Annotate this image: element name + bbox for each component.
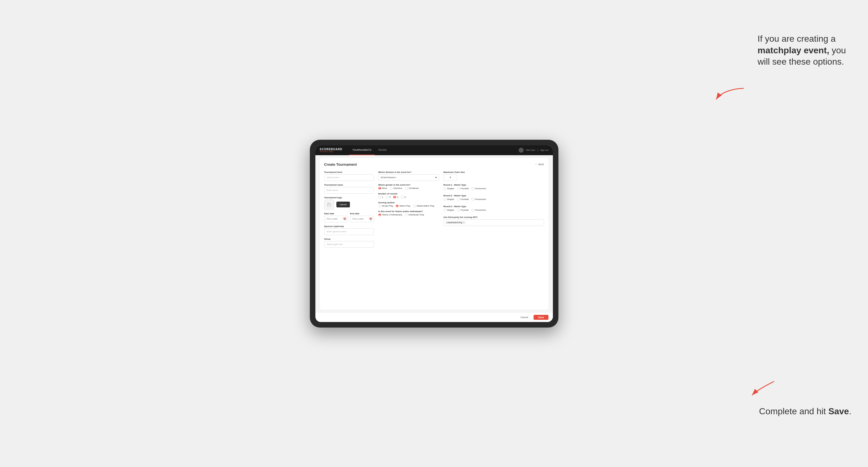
tablet-screen: SCOREBOARD Powered by clippit TOURNAMENT…: [315, 145, 553, 322]
api-select-wrap[interactable]: Leaderboard King ×: [443, 219, 544, 226]
radio-r1-fourball: [457, 187, 460, 190]
form-body: Tournament Host Tournament name Tourname…: [324, 171, 544, 305]
annotation-bold-matchplay: matchplay event,: [757, 45, 829, 55]
division-field: Which division is the event for? NCAA Di…: [378, 171, 439, 181]
r3-foursomes[interactable]: Foursomes: [471, 209, 486, 212]
cancel-button[interactable]: Cancel: [517, 315, 531, 320]
round2-label: Round 2 - Match Type: [443, 194, 544, 197]
r3-singles[interactable]: Singles: [443, 209, 454, 212]
annotation-bold-save: Save: [828, 406, 849, 416]
nav-links: TOURNAMENTS TEAMS: [349, 145, 519, 155]
sponsor-field: Sponsor (optional): [324, 225, 374, 235]
r3-fourball[interactable]: Fourball: [457, 209, 469, 212]
radio-womens: [390, 187, 393, 190]
gender-field: Which gender is the event for? Mens Wome…: [378, 184, 439, 190]
max-team-size-field: Maximum Team Size: [443, 171, 544, 181]
round1-match-type: Round 1 - Match Type Singles Fourball: [443, 184, 544, 190]
teams-label: Is this event for Teams and/or Individua…: [378, 210, 439, 213]
nav-tournaments[interactable]: TOURNAMENTS: [349, 145, 375, 155]
api-tag-close[interactable]: ×: [463, 221, 464, 224]
gender-label: Which gender is the event for?: [378, 184, 439, 186]
signout-link[interactable]: Sign out: [540, 149, 548, 151]
radio-match: [396, 205, 399, 208]
round-2[interactable]: 2: [386, 196, 391, 198]
round1-label: Round 1 - Match Type: [443, 184, 544, 186]
r1-fourball[interactable]: Fourball: [457, 187, 469, 190]
gender-radio-group: Mens Womens Combined: [378, 187, 439, 190]
radio-r1: [378, 196, 381, 198]
username: Test User: [526, 149, 535, 151]
logo-label: Tournament logo: [324, 196, 374, 199]
radio-teams: [378, 214, 381, 216]
end-label: End date: [350, 212, 374, 215]
form-col-left: Tournament Host Tournament name Tourname…: [324, 171, 374, 305]
nav-teams[interactable]: TEAMS: [375, 145, 390, 155]
teams-radio-group: Teams (+Individuals) Individuals Only: [378, 214, 439, 216]
scoring-radio-group: Stroke Play Match Play Medal Match Play: [378, 205, 439, 208]
api-label: Use third-party live scoring API?: [443, 216, 544, 218]
form-col-middle: Which division is the event for? NCAA Di…: [378, 171, 439, 305]
annotation-bottom: Complete and hit Save.: [759, 406, 851, 417]
back-button[interactable]: ← Back: [535, 163, 544, 166]
top-nav: SCOREBOARD Powered by clippit TOURNAMENT…: [315, 145, 553, 155]
host-input[interactable]: [324, 174, 374, 181]
max-size-input[interactable]: [443, 174, 457, 181]
end-date-field: End date 📅: [350, 212, 374, 222]
arrow-top-svg: [713, 86, 746, 102]
gender-womens[interactable]: Womens: [390, 187, 402, 190]
brand-logo: SCOREBOARD Powered by clippit: [320, 148, 342, 152]
max-size-label: Maximum Team Size: [443, 171, 544, 174]
dates-row: Start date 📅 End date 📅: [324, 212, 374, 222]
start-label: Start date: [324, 212, 348, 215]
radio-r1-singles: [443, 187, 446, 190]
teams-field: Is this event for Teams and/or Individua…: [378, 210, 439, 216]
rounds-radio-group: 1 2 3: [378, 196, 439, 198]
api-tag: Leaderboard King ×: [445, 221, 466, 224]
save-button[interactable]: Save: [533, 315, 548, 320]
r2-fourball[interactable]: Fourball: [457, 198, 469, 201]
division-select[interactable]: NCAA Division I: [378, 174, 439, 181]
host-label: Tournament Host: [324, 171, 374, 174]
r2-singles[interactable]: Singles: [443, 198, 454, 201]
scoring-medal[interactable]: Medal Match Play: [413, 205, 434, 208]
upload-button[interactable]: Upload: [336, 201, 350, 208]
calendar-icon: 📅: [343, 217, 346, 220]
teams-option[interactable]: Teams (+Individuals): [378, 214, 402, 216]
r2-foursomes[interactable]: Foursomes: [471, 198, 486, 201]
r1-foursomes[interactable]: Foursomes: [471, 187, 486, 190]
radio-r3: [393, 196, 396, 198]
round2-match-type: Round 2 - Match Type Singles Fourball: [443, 194, 544, 201]
gender-mens[interactable]: Mens: [378, 187, 388, 190]
round2-radio-group: Singles Fourball Foursomes: [443, 198, 544, 201]
name-input[interactable]: [324, 187, 374, 194]
r1-singles[interactable]: Singles: [443, 187, 454, 190]
individuals-option[interactable]: Individuals Only: [405, 214, 424, 216]
start-date-field: Start date 📅: [324, 212, 348, 222]
sponsor-label: Sponsor (optional): [324, 225, 374, 227]
calendar-icon-end: 📅: [369, 217, 372, 220]
radio-individuals: [405, 214, 408, 216]
radio-r3-singles: [443, 209, 446, 212]
api-field: Use third-party live scoring API? Leader…: [443, 216, 544, 226]
radio-combined: [405, 187, 408, 190]
sponsor-input[interactable]: [324, 228, 374, 235]
venue-input[interactable]: [324, 241, 374, 248]
venue-label: Venue: [324, 238, 374, 240]
form-card: Create Tournament ← Back Tournament Host…: [320, 158, 549, 310]
round-4[interactable]: 4: [401, 196, 406, 198]
gender-combined[interactable]: Combined: [405, 187, 418, 190]
tournament-host-field: Tournament Host: [324, 171, 374, 181]
page-title: Create Tournament: [324, 162, 357, 166]
scoring-stroke[interactable]: Stroke Play: [378, 205, 393, 208]
round-3[interactable]: 3: [393, 196, 398, 198]
scoring-match[interactable]: Match Play: [396, 205, 410, 208]
radio-r2-fourball: [457, 198, 460, 201]
arrow-bottom-svg: [749, 379, 777, 398]
radio-r3-foursomes: [471, 209, 474, 212]
round-1[interactable]: 1: [378, 196, 383, 198]
brand-title: SCOREBOARD: [320, 148, 342, 151]
image-icon: [327, 203, 332, 207]
rounds-field: Number of rounds 1 2: [378, 192, 439, 198]
radio-medal: [413, 205, 416, 208]
scoring-label: Scoring system: [378, 201, 439, 204]
